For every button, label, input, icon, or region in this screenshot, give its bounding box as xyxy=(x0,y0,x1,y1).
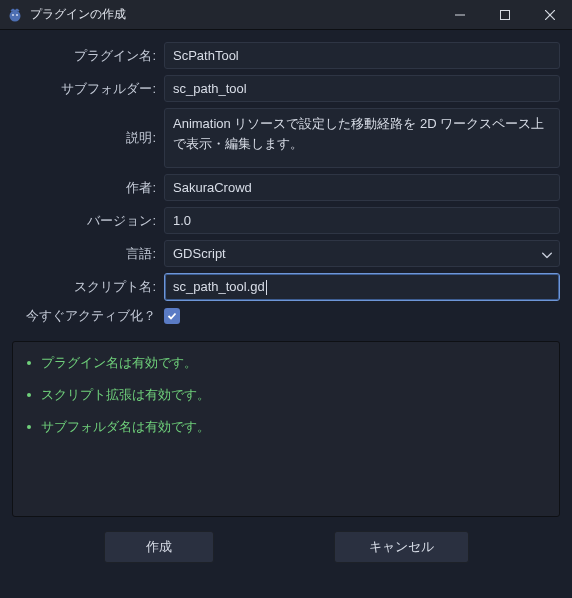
activate-now-checkbox[interactable] xyxy=(164,308,180,324)
language-value: GDScript xyxy=(173,246,226,261)
validation-item: サブフォルダ名は有効です。 xyxy=(23,418,549,436)
description-label: 説明: xyxy=(12,129,164,147)
activate-now-label: 今すぐアクティブ化？ xyxy=(12,307,164,325)
dialog-content: プラグイン名: サブフォルダー: 説明: Animation リソースで設定した… xyxy=(0,30,572,575)
bullet-icon xyxy=(27,425,31,429)
author-input[interactable] xyxy=(164,174,560,201)
svg-point-1 xyxy=(12,13,14,15)
validation-text: サブフォルダ名は有効です。 xyxy=(41,418,210,436)
button-row: 作成 キャンセル xyxy=(12,531,560,563)
subfolder-input[interactable] xyxy=(164,75,560,102)
version-label: バージョン: xyxy=(12,212,164,230)
svg-point-2 xyxy=(16,13,18,15)
author-label: 作者: xyxy=(12,179,164,197)
validation-item: プラグイン名は有効です。 xyxy=(23,354,549,372)
validation-item: スクリプト拡張は有効です。 xyxy=(23,386,549,404)
svg-point-0 xyxy=(10,10,21,21)
version-input[interactable] xyxy=(164,207,560,234)
subfolder-label: サブフォルダー: xyxy=(12,80,164,98)
minimize-button[interactable] xyxy=(437,0,482,30)
script-name-value: sc_path_tool.gd xyxy=(173,279,265,294)
script-name-label: スクリプト名: xyxy=(12,278,164,296)
create-button[interactable]: 作成 xyxy=(104,531,214,563)
plugin-name-label: プラグイン名: xyxy=(12,47,164,65)
app-icon xyxy=(6,6,24,24)
cancel-button[interactable]: キャンセル xyxy=(334,531,469,563)
validation-panel: プラグイン名は有効です。 スクリプト拡張は有効です。 サブフォルダ名は有効です。 xyxy=(12,341,560,517)
window-title: プラグインの作成 xyxy=(30,6,437,23)
svg-rect-4 xyxy=(500,10,509,19)
description-input[interactable]: Animation リソースで設定した移動経路を 2D ワークスペース上で表示・… xyxy=(164,108,560,168)
language-label: 言語: xyxy=(12,245,164,263)
bullet-icon xyxy=(27,361,31,365)
validation-text: スクリプト拡張は有効です。 xyxy=(41,386,210,404)
bullet-icon xyxy=(27,393,31,397)
script-name-input[interactable]: sc_path_tool.gd xyxy=(164,273,560,301)
language-select[interactable]: GDScript xyxy=(164,240,560,267)
text-cursor xyxy=(266,280,267,295)
titlebar: プラグインの作成 xyxy=(0,0,572,30)
close-button[interactable] xyxy=(527,0,572,30)
maximize-button[interactable] xyxy=(482,0,527,30)
check-icon xyxy=(167,311,177,321)
plugin-name-input[interactable] xyxy=(164,42,560,69)
validation-text: プラグイン名は有効です。 xyxy=(41,354,197,372)
